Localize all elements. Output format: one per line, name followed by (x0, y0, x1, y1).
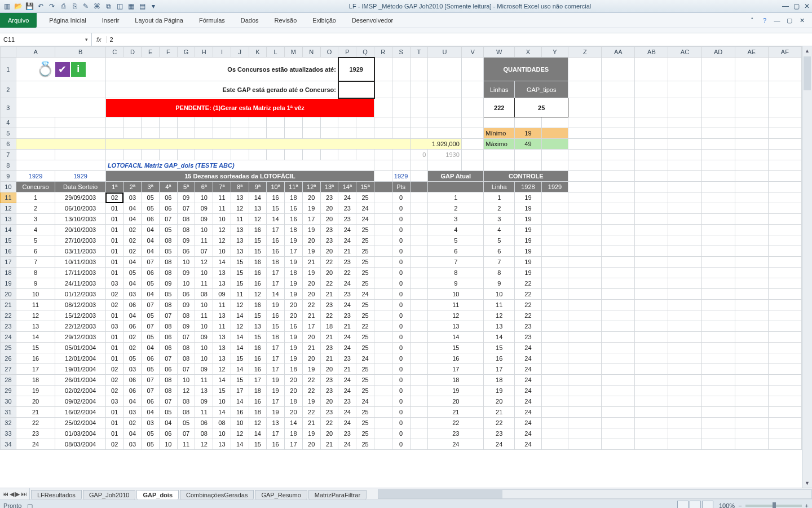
cell[interactable] (374, 203, 392, 214)
cell[interactable] (735, 182, 768, 192)
cell[interactable] (338, 150, 356, 160)
cell[interactable] (55, 117, 105, 128)
cell[interactable] (768, 81, 801, 98)
row-header[interactable]: 3 (1, 98, 16, 117)
cell-dezena[interactable]: 23 (338, 396, 356, 407)
cell-dezena[interactable]: 15 (249, 332, 267, 343)
cell[interactable] (123, 128, 142, 139)
cell[interactable] (541, 396, 568, 407)
cell-dezena[interactable]: 08 (160, 235, 178, 246)
cell-dezena[interactable]: 14 (267, 289, 285, 300)
cell-dezena[interactable]: 04 (160, 418, 178, 428)
cell-dezena[interactable]: 15 (249, 310, 267, 321)
cell-dezena[interactable]: 14 (285, 418, 303, 428)
cell-dezena[interactable]: 15 (249, 246, 267, 257)
cell[interactable] (568, 428, 602, 439)
cell[interactable] (668, 117, 701, 128)
cell[interactable] (568, 386, 602, 396)
cell-dezena[interactable]: 08 (177, 396, 195, 407)
row-header[interactable]: 21 (1, 300, 16, 310)
cell-dezena[interactable]: 22 (302, 375, 320, 386)
qat-icon[interactable]: ⌘ (92, 2, 102, 11)
cell-dezena[interactable]: 02 (105, 375, 123, 386)
cell[interactable] (374, 98, 392, 117)
cell[interactable] (374, 225, 392, 235)
cell[interactable] (602, 364, 635, 375)
cell[interactable] (602, 246, 635, 257)
cell-1928[interactable]: 19 (515, 257, 542, 268)
cell-dezena[interactable]: 05 (142, 439, 160, 450)
cell[interactable] (568, 81, 602, 98)
cell-dezena[interactable]: 23 (320, 386, 338, 396)
cell[interactable] (635, 257, 668, 268)
cell[interactable] (285, 128, 303, 139)
cell[interactable] (267, 117, 285, 128)
cell-dezena[interactable]: 16 (249, 364, 267, 375)
cell-dezena[interactable]: 09 (213, 289, 231, 300)
sheet-tab[interactable]: GAP_Joh2010 (83, 490, 136, 500)
cell-gap[interactable]: 14 (428, 332, 484, 343)
cell-dezena[interactable]: 19 (302, 203, 320, 214)
cell[interactable] (701, 300, 735, 310)
cell-dezena[interactable]: 05 (160, 407, 178, 418)
cell-dezena[interactable]: 14 (249, 192, 267, 203)
cell-pts[interactable]: 0 (392, 246, 410, 257)
cell[interactable] (701, 235, 735, 246)
cell-pts[interactable]: 0 (392, 214, 410, 225)
cell-dezena[interactable]: 08 (177, 353, 195, 364)
hscroll-thumb[interactable] (378, 490, 502, 498)
cell[interactable] (701, 139, 735, 150)
cell-dezena[interactable]: 16 (267, 310, 285, 321)
cell[interactable] (735, 246, 768, 257)
cell-dezena[interactable]: 03 (105, 278, 123, 289)
col-header[interactable]: AE (735, 47, 768, 58)
cell-linha[interactable]: 19 (484, 386, 515, 396)
cell-dezena[interactable]: 22 (356, 321, 374, 332)
cell[interactable] (768, 439, 801, 450)
sheet-nav-buttons[interactable]: ⏮ ◀ ▶ ⏭ (0, 488, 30, 500)
cell-dezena[interactable]: 03 (123, 289, 142, 300)
cell-concurso[interactable]: 3 (16, 214, 55, 225)
cell-data[interactable]: 02/02/2004 (55, 386, 105, 396)
cell-dezena[interactable]: 06 (160, 343, 178, 353)
cell-data[interactable]: 03/11/2003 (55, 246, 105, 257)
cell-dezena[interactable]: 24 (356, 289, 374, 300)
cell-dezena[interactable]: 19 (285, 289, 303, 300)
row-header[interactable]: 33 (1, 428, 16, 439)
cell[interactable] (374, 58, 392, 81)
cell[interactable] (635, 203, 668, 214)
redo-icon[interactable]: ↷ (47, 2, 56, 11)
cell[interactable] (768, 182, 801, 192)
cell[interactable] (701, 386, 735, 396)
cell-data[interactable]: 16/02/2004 (55, 407, 105, 418)
cell[interactable] (668, 396, 701, 407)
cell-dezena[interactable]: 14 (231, 310, 249, 321)
cell[interactable] (768, 428, 801, 439)
cell-concurso[interactable]: 5 (16, 235, 55, 246)
cell[interactable] (568, 375, 602, 386)
tab-developer[interactable]: Desenvolvedor (344, 13, 401, 28)
cell-dezena[interactable]: 05 (160, 246, 178, 257)
cell-dezena[interactable]: 25 (356, 439, 374, 450)
scroll-up-icon[interactable]: ▲ (802, 46, 812, 55)
cell-dezena[interactable]: 13 (231, 246, 249, 257)
cell[interactable] (735, 268, 768, 278)
cell-1928[interactable]: 22 (515, 278, 542, 289)
col-header[interactable]: P (338, 47, 356, 58)
cell-1928[interactable]: 19 (515, 246, 542, 257)
cell[interactable] (668, 428, 701, 439)
cell-dezena[interactable]: 20 (302, 235, 320, 246)
cell[interactable] (701, 225, 735, 235)
cell-gap[interactable]: 24 (428, 439, 484, 450)
cell-dezena[interactable]: 07 (160, 214, 178, 225)
cell[interactable] (105, 150, 123, 160)
cell-dezena[interactable]: 04 (123, 278, 142, 289)
cell[interactable] (735, 203, 768, 214)
cell-dezena[interactable]: 25 (356, 386, 374, 396)
cell-dezena[interactable]: 19 (302, 428, 320, 439)
cell[interactable] (568, 343, 602, 353)
cell-dezena[interactable]: 04 (123, 428, 142, 439)
cell-pts[interactable]: 0 (392, 321, 410, 332)
cell[interactable] (768, 235, 801, 246)
cell-dezena[interactable]: 11 (195, 375, 213, 386)
